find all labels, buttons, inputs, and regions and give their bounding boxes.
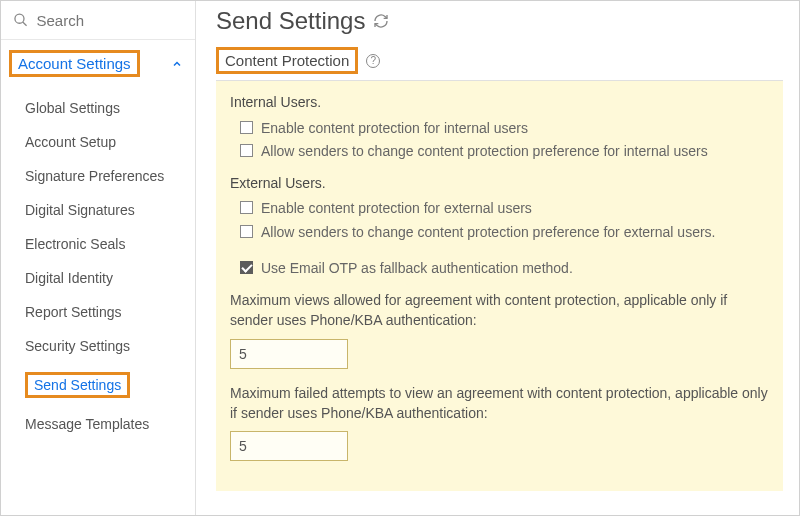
sidebar-item-signature-preferences[interactable]: Signature Preferences	[1, 159, 195, 193]
chevron-up-icon	[171, 58, 183, 70]
checkbox-row-internal-allow[interactable]: Allow senders to change content protecti…	[230, 142, 769, 162]
checkbox-label: Allow senders to change content protecti…	[261, 142, 708, 162]
sidebar-item-account-setup[interactable]: Account Setup	[1, 125, 195, 159]
checkbox-external-enable[interactable]	[240, 201, 253, 214]
max-failed-label: Maximum failed attempts to view an agree…	[230, 383, 769, 424]
section-header: Content Protection ?	[216, 47, 783, 81]
nav-list: Global Settings Account Setup Signature …	[1, 87, 195, 445]
sidebar-item-electronic-seals[interactable]: Electronic Seals	[1, 227, 195, 261]
sidebar-item-message-templates[interactable]: Message Templates	[1, 407, 195, 441]
checkbox-row-external-enable[interactable]: Enable content protection for external u…	[230, 199, 769, 219]
app-container: Account Settings Global Settings Account…	[1, 1, 799, 515]
search-input[interactable]	[37, 12, 183, 29]
checkbox-external-allow[interactable]	[240, 225, 253, 238]
checkbox-row-email-otp[interactable]: Use Email OTP as fallback authentication…	[230, 259, 769, 279]
max-failed-input[interactable]	[230, 431, 348, 461]
checkbox-email-otp[interactable]	[240, 261, 253, 274]
content-protection-panel: Internal Users. Enable content protectio…	[216, 81, 783, 491]
checkbox-label: Allow senders to change content protecti…	[261, 223, 715, 243]
checkbox-label: Enable content protection for internal u…	[261, 119, 528, 139]
sidebar-item-global-settings[interactable]: Global Settings	[1, 91, 195, 125]
internal-users-heading: Internal Users.	[230, 93, 769, 113]
sidebar-item-send-settings[interactable]: Send Settings	[1, 363, 195, 407]
page-title-row: Send Settings	[216, 7, 783, 47]
max-views-label: Maximum views allowed for agreement with…	[230, 290, 769, 331]
checkbox-row-internal-enable[interactable]: Enable content protection for internal u…	[230, 119, 769, 139]
sidebar-item-digital-identity[interactable]: Digital Identity	[1, 261, 195, 295]
checkbox-label: Enable content protection for external u…	[261, 199, 532, 219]
checkbox-row-external-allow[interactable]: Allow senders to change content protecti…	[230, 223, 769, 243]
search-wrap	[1, 1, 195, 40]
help-icon[interactable]: ?	[366, 54, 380, 68]
sidebar-item-digital-signatures[interactable]: Digital Signatures	[1, 193, 195, 227]
max-views-input[interactable]	[230, 339, 348, 369]
page-title: Send Settings	[216, 7, 365, 35]
nav-header-label: Account Settings	[9, 50, 140, 77]
refresh-icon[interactable]	[373, 13, 389, 29]
search-icon	[13, 11, 29, 29]
svg-line-1	[23, 22, 27, 26]
checkbox-internal-enable[interactable]	[240, 121, 253, 134]
checkbox-internal-allow[interactable]	[240, 144, 253, 157]
sidebar-item-report-settings[interactable]: Report Settings	[1, 295, 195, 329]
svg-point-0	[15, 14, 24, 23]
checkbox-label: Use Email OTP as fallback authentication…	[261, 259, 573, 279]
sidebar-item-security-settings[interactable]: Security Settings	[1, 329, 195, 363]
external-users-heading: External Users.	[230, 174, 769, 194]
section-title: Content Protection	[216, 47, 358, 74]
sidebar: Account Settings Global Settings Account…	[1, 1, 196, 515]
main-content: Send Settings Content Protection ? Inter…	[196, 1, 799, 515]
nav-header-account-settings[interactable]: Account Settings	[1, 40, 195, 87]
